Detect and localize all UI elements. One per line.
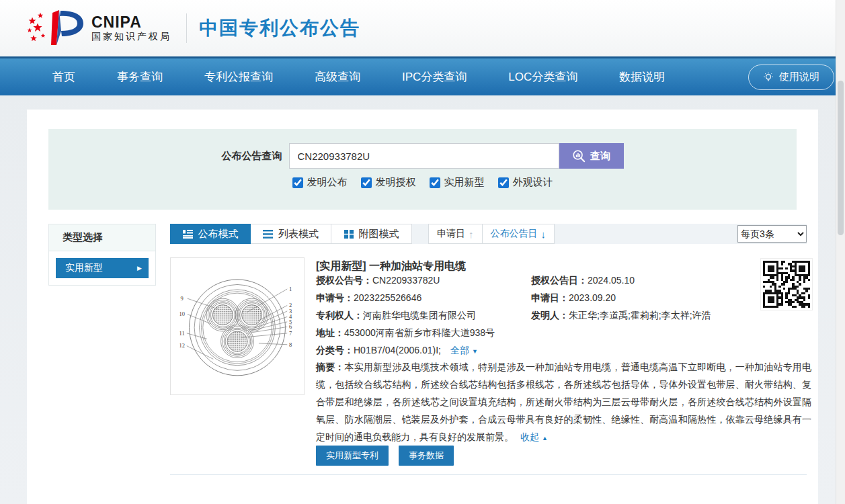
- figure-label: 1: [289, 286, 292, 292]
- field-label: 授权公告号：: [316, 275, 372, 286]
- header-divider: [186, 13, 187, 43]
- tab-figure-mode[interactable]: 附图模式: [331, 224, 412, 244]
- tab-list-mode[interactable]: 列表模式: [251, 224, 331, 244]
- field-grant-date: 授权公告日：2024.05.10: [531, 275, 753, 292]
- figure-label: 10: [179, 310, 185, 317]
- lightbulb-icon: [763, 72, 774, 83]
- search-magnifier-icon: [572, 149, 586, 163]
- triangle-down-icon: ▼: [472, 348, 478, 355]
- publication-mode-icon: [183, 230, 193, 239]
- field-grant-number: 授权公告号：CN220933782U: [316, 275, 531, 292]
- search-label: 公布公告查询: [222, 150, 282, 163]
- field-label: 发明人：: [531, 310, 569, 321]
- figure-mode-icon: [344, 230, 354, 239]
- logo-org-name: 国家知识产权局: [91, 30, 171, 42]
- search-button-label: 查询: [590, 150, 610, 163]
- usage-help-button[interactable]: 使用说明: [748, 65, 834, 90]
- figure-label: 8: [289, 341, 292, 348]
- field-application-number: 申请号：2023225526646: [316, 292, 531, 310]
- search-row: 公布公告查询 查询: [48, 143, 797, 169]
- sidebar-item-label: 实用新型: [65, 262, 103, 274]
- sort-down-arrow-icon: ↓: [541, 228, 547, 240]
- qr-code: [760, 258, 813, 310]
- nav-item-gazette-query[interactable]: 专利公报查询: [204, 69, 273, 85]
- cnipa-logo: CNIPA 国家知识产权局: [26, 9, 171, 48]
- page-size-select[interactable]: 每页3条: [737, 225, 807, 243]
- nav-item-advanced-query[interactable]: 高级查询: [315, 69, 360, 85]
- nav-item-loc-query[interactable]: LOC分类查询: [508, 69, 577, 85]
- patent-abstract: 摘要：本实用新型涉及电缆技术领域，特别是涉及一种加油站专用电缆，普通电缆高温下立…: [316, 358, 811, 447]
- nav-item-ipc-query[interactable]: IPC分类查询: [402, 69, 467, 85]
- filter-invention-grant[interactable]: 发明授权: [361, 176, 416, 189]
- utility-model-checkbox[interactable]: [430, 177, 440, 188]
- search-panel: 公布公告查询 查询 发明公布 发明授权: [48, 129, 797, 210]
- usage-help-label: 使用说明: [779, 71, 819, 83]
- chevron-right-icon: ▶: [137, 265, 142, 271]
- sort-up-arrow-icon: ↑: [469, 228, 474, 240]
- field-value: H01B7/04(2006.01)I;: [354, 345, 441, 355]
- field-address: 地址：453000河南省新乡市科隆大道938号: [316, 327, 753, 345]
- main-nav: 首页 事务查询 专利公报查询 高级查询 IPC分类查询 LOC分类查询 数据说明…: [0, 56, 845, 95]
- tab-label: 公布模式: [198, 228, 239, 241]
- figure-label: 9: [180, 295, 183, 302]
- field-label: 申请日：: [531, 292, 569, 303]
- field-value: 2024.05.10: [588, 275, 635, 286]
- site-title: 中国专利公布公告: [199, 15, 360, 41]
- figure-label: 11: [179, 330, 185, 337]
- field-value: 河南胜华电缆集团有限公司: [363, 310, 476, 321]
- filter-label: 发明公布: [307, 176, 348, 189]
- nav-item-home[interactable]: 首页: [52, 69, 75, 85]
- field-label: 申请号：: [316, 292, 354, 303]
- sidebar-title: 类型选择: [49, 224, 155, 251]
- vertical-scrollbar[interactable]: [836, 0, 845, 504]
- invention-publication-checkbox[interactable]: [292, 177, 303, 188]
- nav-item-data-notes[interactable]: 数据说明: [619, 69, 665, 85]
- field-application-date: 申请日：2023.09.20: [531, 292, 753, 310]
- invention-grant-checkbox[interactable]: [361, 177, 372, 188]
- utility-model-patent-button[interactable]: 实用新型专利: [316, 446, 389, 466]
- transaction-data-button[interactable]: 事务数据: [399, 446, 454, 466]
- figure-label: 7: [289, 330, 292, 337]
- patent-title: [实用新型] 一种加油站专用电缆: [316, 259, 466, 274]
- design-checkbox[interactable]: [498, 177, 509, 188]
- sort-by-publish-date[interactable]: 公布公告日 ↓: [482, 224, 555, 243]
- filter-label: 外观设计: [513, 176, 553, 189]
- field-value: 453000河南省新乡市科隆大道938号: [344, 327, 495, 338]
- triangle-up-icon: ▲: [542, 435, 548, 442]
- scrollbar-thumb[interactable]: [838, 81, 844, 235]
- field-label: 授权公告日：: [531, 275, 588, 286]
- field-inventors: 发明人：朱正华;李道禹;霍莉莉;李太祥;许浩: [531, 310, 753, 327]
- filter-invention-publication[interactable]: 发明公布: [292, 176, 348, 189]
- field-label: 专利权人：: [316, 310, 363, 321]
- patent-type-filters: 发明公布 发明授权 实用新型 外观设计: [48, 176, 797, 189]
- tab-label: 列表模式: [278, 228, 319, 241]
- site-header: CNIPA 国家知识产权局 中国专利公布公告: [0, 0, 845, 56]
- cnipa-logo-text: CNIPA 国家知识产权局: [91, 14, 171, 42]
- classification-all-link[interactable]: 全部 ▼: [450, 345, 478, 355]
- cnipa-logo-icon: [26, 9, 87, 48]
- patent-fields: 授权公告号：CN220933782U 授权公告日：2024.05.10 申请号：…: [316, 275, 753, 362]
- collapse-abstract-link[interactable]: 收起 ▲: [520, 431, 548, 442]
- sort-label: 申请日: [437, 228, 465, 240]
- cable-cross-section-drawing: 1 2 3 4 5 6 7 8 9 10 11 12: [174, 261, 300, 391]
- filter-utility-model[interactable]: 实用新型: [430, 176, 485, 189]
- field-value: CN220933782U: [372, 275, 440, 286]
- list-mode-icon: [263, 230, 273, 239]
- sidebar-item-utility-model[interactable]: 实用新型 ▶: [56, 258, 149, 278]
- nav-item-transaction-query[interactable]: 事务查询: [117, 69, 163, 85]
- filter-label: 发明授权: [376, 176, 416, 189]
- patent-figure[interactable]: 1 2 3 4 5 6 7 8 9 10 11 12: [170, 257, 305, 395]
- abstract-label: 摘要：: [316, 362, 345, 372]
- collapse-link-label: 收起: [520, 431, 539, 442]
- field-value: 2023225526646: [354, 292, 421, 303]
- result-item-divider: [170, 474, 807, 475]
- tab-publication-mode[interactable]: 公布模式: [170, 224, 251, 244]
- field-label: 分类号：: [316, 345, 354, 355]
- figure-label: 12: [179, 342, 185, 349]
- search-button[interactable]: 查询: [559, 143, 624, 169]
- abstract-text: 本实用新型涉及电缆技术领域，特别是涉及一种加油站专用电缆，普通电缆高温下立即断电…: [316, 362, 811, 442]
- filter-design[interactable]: 外观设计: [498, 176, 553, 189]
- search-input[interactable]: [289, 143, 559, 169]
- field-label: 地址：: [316, 327, 344, 338]
- sort-by-apply-date[interactable]: 申请日 ↑: [429, 224, 482, 243]
